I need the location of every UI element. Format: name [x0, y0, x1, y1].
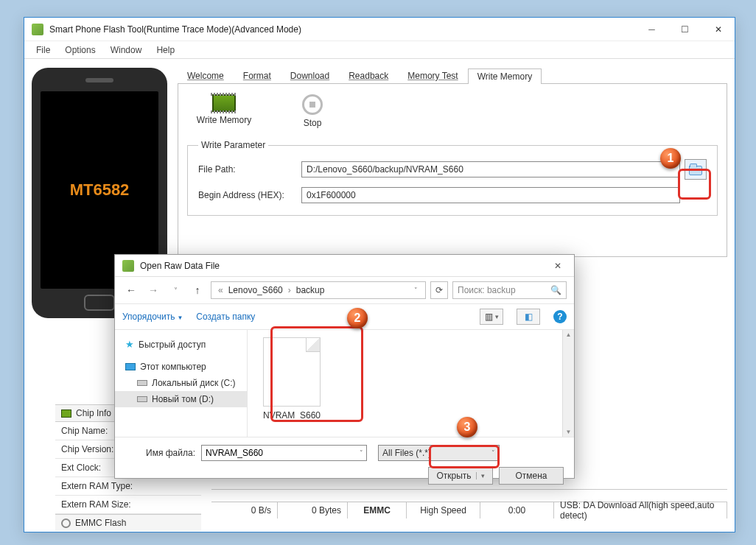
chevron-left-icon: « [216, 285, 225, 295]
chevron-down-icon[interactable]: ˅ [411, 286, 421, 294]
cancel-button[interactable]: Отмена [499, 467, 564, 485]
folder-icon [689, 166, 702, 175]
menu-window[interactable]: Window [103, 43, 150, 57]
drive-icon [137, 380, 147, 386]
write-memory-label: Write Memory [197, 115, 251, 125]
write-parameter-fieldset: Write Parameter File Path: D:/Lenovo_S66… [187, 140, 718, 216]
view-icon: ▥ [485, 312, 493, 321]
write-toolbar: Write Memory Stop [187, 94, 718, 134]
status-mode: High Speed [407, 502, 480, 518]
menu-file[interactable]: File [29, 43, 57, 57]
back-button[interactable]: ← [122, 281, 140, 299]
chip-info-footer: EMMC Flash [55, 514, 201, 531]
dialog-body: ★ Быстрый доступ Этот компьютер Локальны… [115, 330, 574, 437]
filename-label: Имя файла: [125, 448, 195, 458]
window-title: Smart Phone Flash Tool(Runtime Trace Mod… [49, 24, 635, 35]
search-icon: 🔍 [550, 285, 561, 295]
recent-dropdown[interactable]: ˅ [167, 281, 184, 299]
gear-icon [61, 518, 71, 528]
chevron-down-icon: ˅ [491, 449, 495, 457]
view-button[interactable]: ▥ ▾ [480, 309, 503, 325]
open-file-dialog: Open Raw Data File ✕ ← → ˅ ↑ « Lenovo_S6… [114, 254, 575, 479]
tree-drive-d-label: Новый том (D:) [152, 394, 214, 404]
refresh-button[interactable]: ⟳ [430, 281, 448, 299]
status-time: 0:00 [480, 502, 554, 518]
write-memory-button[interactable]: Write Memory [195, 94, 253, 128]
tree-quick-access[interactable]: ★ Быстрый доступ [115, 336, 247, 353]
menu-options[interactable]: Options [57, 43, 102, 57]
tabs: Welcome Format Download Readback Memory … [178, 68, 727, 84]
chip-info-title: Chip Info [76, 408, 111, 418]
status-bytes: 0 Bytes [278, 502, 348, 518]
address-bar: ← → ˅ ↑ « Lenovo_S660 › backup ˅ ⟳ Поиск… [115, 277, 574, 304]
tree-drive-c[interactable]: Локальный диск (C:) [115, 375, 247, 391]
breadcrumb-part2[interactable]: backup [296, 285, 325, 295]
breadcrumb[interactable]: « Lenovo_S660 › backup ˅ [211, 281, 426, 299]
app-icon [32, 24, 43, 35]
chip-icon [61, 409, 71, 418]
chevron-down-icon: ▾ [476, 472, 485, 479]
open-button[interactable]: Открыть ▾ [428, 467, 493, 485]
filter-label: All Files (*.*) [382, 448, 431, 458]
tree-drive-d[interactable]: Новый том (D:) [115, 391, 247, 407]
scroll-down-icon[interactable]: ▼ [566, 429, 572, 435]
begin-address-field[interactable]: 0x1F600000 [301, 187, 680, 203]
stop-icon [302, 94, 323, 115]
file-item-nvram[interactable]: NVRAM_S660 [255, 337, 329, 421]
main-titlebar: Smart Phone Flash Tool(Runtime Trace Mod… [24, 18, 735, 41]
dialog-title: Open Raw Data File [140, 261, 541, 271]
tab-memory-test[interactable]: Memory Test [398, 68, 467, 83]
filename-input[interactable] [201, 445, 367, 461]
file-path-field[interactable]: D:/Lenovo_S660/backup/NVRAM_S660 [301, 161, 680, 177]
forward-button[interactable]: → [144, 281, 162, 299]
tab-write-memory[interactable]: Write Memory [468, 68, 542, 84]
status-bar: 0 B/s 0 Bytes EMMC High Speed 0:00 USB: … [211, 489, 727, 518]
begin-address-label: Begin Address (HEX): [198, 190, 301, 200]
drive-icon [137, 396, 147, 402]
up-button[interactable]: ↑ [189, 281, 206, 299]
open-button-label: Открыть [436, 471, 471, 481]
new-folder-button[interactable]: Создать папку [196, 312, 255, 322]
file-path-label: File Path: [198, 164, 301, 175]
emmc-flash-label: EMMC Flash [75, 518, 126, 528]
dialog-toolbar: Упорядочить▼ Создать папку ▥ ▾ ◧ ? [115, 304, 574, 330]
pc-icon [125, 363, 136, 370]
help-button[interactable]: ? [553, 310, 567, 323]
menu-help[interactable]: Help [149, 43, 182, 57]
dialog-close-button[interactable]: ✕ [541, 255, 574, 277]
scroll-up-icon[interactable]: ▲ [566, 331, 572, 338]
tree-drive-c-label: Локальный диск (C:) [152, 378, 236, 388]
filter-select[interactable]: All Files (*.*) ˅ [378, 445, 500, 461]
tab-welcome[interactable]: Welcome [178, 68, 234, 83]
tree-quick-access-label: Быстрый доступ [139, 340, 206, 350]
phone-speaker-icon [85, 78, 113, 82]
chevron-right-icon: › [286, 285, 293, 295]
breadcrumb-part1[interactable]: Lenovo_S660 [228, 285, 283, 295]
tab-format[interactable]: Format [234, 68, 281, 83]
cancel-button-label: Отмена [515, 471, 547, 481]
search-input[interactable]: Поиск: backup 🔍 [452, 281, 567, 299]
scrollbar[interactable]: ▲ ▼ [562, 330, 574, 437]
browse-button[interactable] [685, 159, 707, 180]
chip-icon [212, 94, 236, 112]
chevron-down-icon[interactable]: ˅ [360, 449, 363, 457]
preview-pane-button[interactable]: ◧ [517, 309, 540, 325]
tab-body-write-memory: Write Memory Stop Write Parameter File P… [178, 84, 727, 257]
file-list[interactable]: NVRAM_S660 [248, 330, 562, 437]
tree-this-pc-label: Этот компьютер [140, 362, 206, 372]
write-parameter-legend: Write Parameter [198, 140, 268, 150]
close-button[interactable]: ✕ [701, 18, 735, 41]
file-icon [263, 337, 321, 407]
maximize-button[interactable]: ☐ [668, 18, 701, 41]
tab-download[interactable]: Download [281, 68, 339, 83]
dialog-titlebar: Open Raw Data File ✕ [115, 255, 574, 277]
minimize-button[interactable]: ─ [635, 18, 668, 41]
organize-button[interactable]: Упорядочить▼ [122, 312, 183, 322]
preview-icon: ◧ [525, 312, 533, 322]
phone-home-icon [84, 295, 115, 311]
stop-button[interactable]: Stop [283, 94, 342, 128]
nav-tree: ★ Быстрый доступ Этот компьютер Локальны… [115, 330, 248, 437]
tab-readback[interactable]: Readback [339, 68, 398, 83]
tree-this-pc[interactable]: Этот компьютер [115, 359, 247, 375]
extern-ram-size-row: Extern RAM Size: [55, 496, 201, 514]
